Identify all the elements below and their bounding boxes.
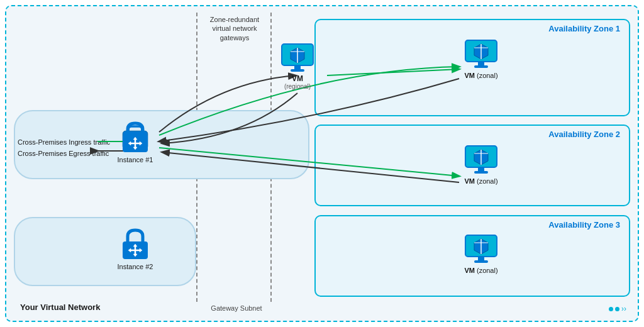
main-container: Your Virtual Network Gateway Subnet Zone… bbox=[5, 5, 639, 322]
svg-rect-51 bbox=[478, 257, 484, 260]
svg-rect-28 bbox=[131, 250, 140, 251]
svg-rect-45 bbox=[478, 167, 484, 171]
vm-zone2-icon: VM (zonal) bbox=[464, 145, 498, 185]
cross-premises-egress-label: Cross-Premises Egress traffic bbox=[18, 150, 109, 157]
vm-regional-icon: VM (regional) bbox=[280, 43, 314, 90]
zone-redundant-label: Zone-redundant virtual network gateways bbox=[200, 15, 269, 42]
svg-rect-39 bbox=[478, 62, 484, 65]
vm-zone3-icon: VM (zonal) bbox=[464, 234, 498, 274]
virtual-network-label: Your Virtual Network bbox=[20, 302, 100, 312]
svg-rect-34 bbox=[291, 69, 304, 72]
vm-zone3-label: VM (zonal) bbox=[464, 267, 497, 274]
instance1-gateway-icon: Instance #1 bbox=[117, 118, 153, 164]
gateway-subnet-label: Gateway Subnet bbox=[205, 304, 268, 312]
vm-zone2-label: VM (zonal) bbox=[464, 177, 497, 185]
instance2-gateway-icon: Instance #2 bbox=[117, 225, 153, 270]
svg-rect-40 bbox=[474, 65, 488, 68]
vm-regional-sublabel: (regional) bbox=[284, 83, 311, 90]
instance1-label: Instance #1 bbox=[118, 156, 153, 164]
vm-zone1-icon: VM (zonal) bbox=[464, 39, 498, 79]
cross-premises-ingress-label: Cross-Premises Ingress traffic bbox=[18, 138, 110, 146]
dot2 bbox=[615, 307, 619, 311]
zone2-label: Availability Zone 2 bbox=[548, 130, 620, 139]
svg-rect-46 bbox=[474, 171, 488, 174]
dots-arrow: ›› bbox=[621, 304, 626, 313]
svg-rect-33 bbox=[294, 65, 301, 69]
vm-regional-label: VM bbox=[292, 74, 303, 83]
zone3-label: Availability Zone 3 bbox=[548, 220, 620, 230]
zone1-label: Availability Zone 1 bbox=[548, 24, 620, 33]
dot1 bbox=[609, 307, 613, 311]
svg-rect-52 bbox=[474, 260, 488, 263]
vm-zone1-label: VM (zonal) bbox=[464, 72, 497, 79]
svg-rect-21 bbox=[131, 143, 140, 144]
dots-indicator: ›› bbox=[609, 304, 626, 313]
instance2-label: Instance #2 bbox=[118, 263, 153, 270]
instance-row-2-bg bbox=[14, 217, 196, 286]
